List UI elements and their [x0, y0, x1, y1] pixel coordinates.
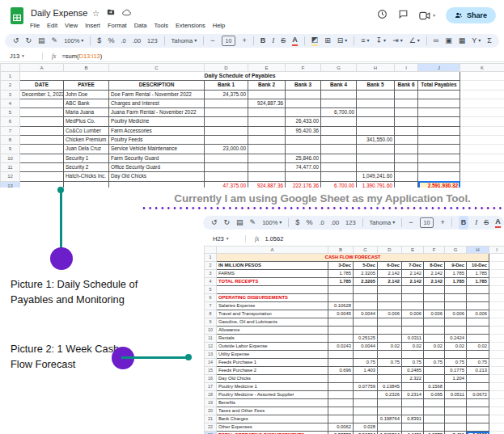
cell-F11[interactable]: 74,477.00 — [286, 162, 321, 171]
cell-E18[interactable]: 0.2314 — [402, 391, 424, 399]
name-box[interactable]: H23▾ — [203, 235, 242, 242]
column-header-B[interactable]: B — [64, 64, 109, 72]
cell-F3[interactable]: 2.142 — [424, 270, 445, 278]
cell-H13[interactable] — [467, 351, 489, 359]
cell-J8[interactable] — [418, 136, 460, 145]
cell-B5[interactable]: Maria Juana — [64, 108, 109, 117]
row-header-22[interactable]: 22 — [205, 423, 217, 432]
cell-J7[interactable] — [418, 126, 460, 135]
cell-D11[interactable] — [205, 162, 248, 171]
cell-J12[interactable] — [418, 172, 460, 181]
cell-I5[interactable] — [489, 286, 504, 294]
cell-H20[interactable] — [467, 407, 489, 415]
cell-G5[interactable]: 6,700.00 — [321, 108, 357, 117]
row-header-4[interactable]: 4 — [205, 278, 217, 286]
vertical-align-button[interactable]: ↧ — [376, 34, 387, 48]
row-header-7[interactable]: 7 — [205, 302, 217, 310]
cell-F9[interactable] — [424, 318, 445, 327]
cell-H23-selected[interactable]: 1.0562 — [467, 432, 489, 434]
cell-F12[interactable] — [286, 172, 321, 181]
cell-D2[interactable]: Bank 1 — [205, 81, 248, 90]
cell-I8[interactable] — [395, 136, 418, 145]
decrease-decimals-button[interactable]: .0 — [319, 216, 324, 230]
cell-I11[interactable] — [395, 162, 418, 171]
cell-H12[interactable]: 1,049,241.60 — [357, 172, 395, 181]
column-header-H[interactable]: H — [357, 64, 395, 72]
row-header-3[interactable]: 3 — [1, 90, 20, 99]
cell-H7[interactable] — [357, 126, 395, 135]
cell-D20[interactable] — [378, 407, 402, 415]
cell-F6[interactable]: 26,433.00 — [286, 117, 321, 126]
cell-C10[interactable]: Farm Security Guard — [109, 154, 205, 162]
column-header-G[interactable]: G — [321, 64, 357, 72]
row-header-1[interactable]: 1 — [205, 254, 217, 262]
cell-J13-selected[interactable]: 2,591,930.32 — [418, 181, 460, 188]
cell-C9[interactable]: Service Vehicle Maintenance — [109, 145, 205, 154]
text-rotation-button[interactable]: ∠ — [409, 34, 420, 48]
cell-E16[interactable]: 2.322 — [402, 375, 424, 383]
cell-H3[interactable] — [357, 90, 395, 99]
cell-D7[interactable] — [205, 126, 248, 135]
cell-B16[interactable] — [328, 375, 354, 383]
cell-E5[interactable] — [402, 286, 424, 294]
menu-help[interactable]: Help — [213, 22, 225, 29]
cell-B6[interactable] — [328, 294, 354, 302]
cell-I3[interactable] — [489, 270, 504, 278]
select-all-corner[interactable] — [205, 246, 217, 254]
cell-E11[interactable]: 0.0311 — [402, 335, 424, 343]
cell-H17[interactable] — [467, 383, 489, 391]
cell-A8[interactable]: Travel and Transportation — [217, 310, 328, 318]
cell-C21[interactable] — [354, 415, 378, 423]
cell-K12[interactable] — [460, 172, 504, 181]
cell-H12[interactable]: 0.02 — [467, 343, 489, 351]
cell-F16[interactable] — [424, 375, 445, 383]
cell-B8[interactable]: Chicken Premium — [64, 136, 109, 145]
cell-B8[interactable]: 0.0045 — [328, 310, 354, 318]
cell-A9[interactable] — [20, 145, 64, 154]
cell-D21[interactable]: 0.198764 — [378, 415, 402, 423]
cell-A11[interactable]: Rentals — [217, 335, 328, 343]
cell-B6[interactable]: MedPlus Co. — [64, 117, 109, 126]
menu-format[interactable]: Format — [108, 22, 127, 29]
menu-view[interactable]: View — [65, 22, 78, 29]
cell-I2[interactable]: Bank 6 — [395, 81, 418, 90]
text-color-button[interactable]: A — [495, 217, 501, 228]
cell-G10[interactable] — [445, 327, 467, 335]
cell-C6[interactable] — [354, 294, 378, 302]
cell-F9[interactable] — [286, 145, 321, 154]
cell-A20[interactable]: Taxes and Other Fees — [217, 407, 328, 415]
cell-J11[interactable] — [418, 162, 460, 171]
cell-I8[interactable] — [489, 310, 504, 318]
cell-F5[interactable] — [424, 286, 445, 294]
cell-D13[interactable] — [378, 351, 402, 359]
cell-H9[interactable] — [467, 318, 489, 327]
menu-extensions[interactable]: Extensions — [176, 22, 205, 29]
format-currency-button[interactable]: $ — [295, 216, 299, 230]
strikethrough-button[interactable]: S — [281, 34, 286, 48]
column-header-K[interactable]: K — [460, 64, 504, 72]
insert-link-button[interactable]: ∞ — [434, 34, 438, 48]
column-header-D[interactable]: D — [378, 246, 402, 254]
column-header-H[interactable]: H — [467, 246, 489, 254]
row-header-18[interactable]: 18 — [205, 391, 217, 399]
cell-A18[interactable]: Poultry Medicine - Assorted Supplier — [217, 391, 328, 399]
cell-A13[interactable]: Utility Expense — [217, 351, 328, 359]
cell-C18[interactable] — [354, 391, 378, 399]
cell-E17[interactable] — [402, 383, 424, 391]
cell-C3[interactable]: 2.3205 — [354, 270, 378, 278]
cell-B4[interactable]: ABC Bank — [64, 99, 109, 107]
column-header-D[interactable]: D — [205, 64, 248, 72]
cell-A5[interactable] — [217, 286, 328, 294]
cell-I13[interactable] — [489, 351, 504, 359]
cell-I5[interactable] — [395, 108, 418, 117]
row-header-2[interactable]: 2 — [1, 81, 20, 90]
cell-I23[interactable] — [489, 432, 504, 434]
cell-E7[interactable] — [402, 302, 424, 310]
cell-I21[interactable] — [489, 415, 504, 423]
paint-format-button[interactable]: ✎ — [52, 34, 58, 48]
row-header-11[interactable]: 11 — [1, 162, 20, 171]
cell-C19[interactable] — [354, 399, 378, 407]
cell-C23[interactable]: 2.51864 — [354, 432, 378, 434]
cell-B7[interactable]: 0.10628 — [328, 302, 354, 310]
cell-K6[interactable] — [460, 117, 504, 126]
